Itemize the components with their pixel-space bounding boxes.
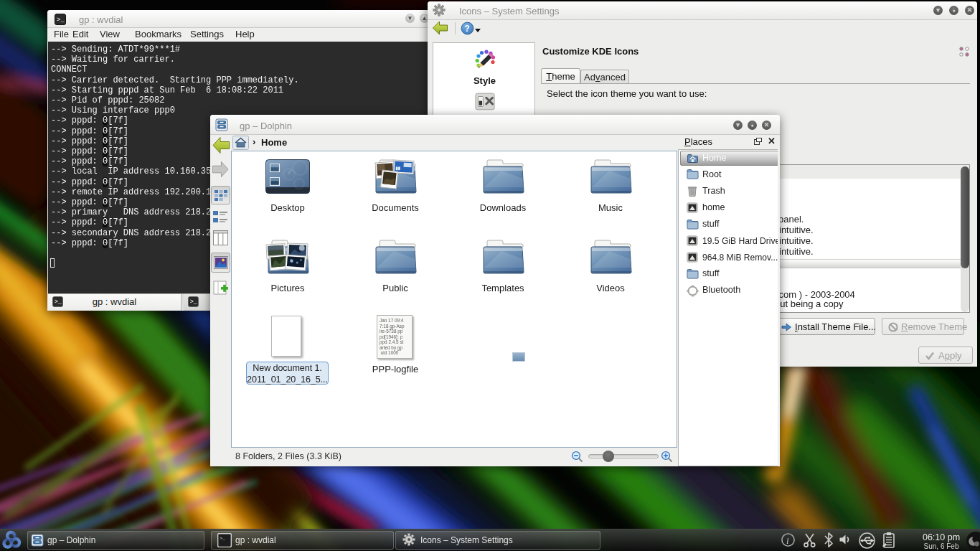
svg-text:>_: >_: [220, 536, 225, 541]
svg-text:?: ?: [464, 24, 469, 34]
svg-text:i: i: [786, 535, 789, 546]
svg-text:>_: >_: [190, 298, 198, 306]
svg-text:>_: >_: [57, 17, 65, 24]
svg-text:>_: >_: [55, 298, 62, 306]
svg-text:▮▮: ▮▮: [395, 166, 400, 170]
